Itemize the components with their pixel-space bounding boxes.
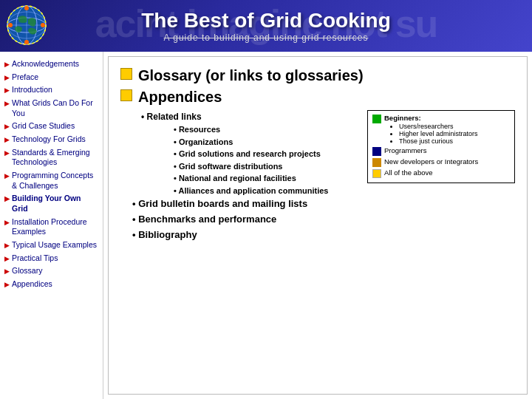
nav-arrow-10: ▶ — [4, 242, 10, 250]
sidebar-item-6[interactable]: ▶Standards & Emerging Technologies — [0, 146, 103, 169]
nav-label-1: Preface — [12, 72, 38, 83]
related-links-sub: Resources Organizations Grid solutions a… — [174, 123, 352, 197]
glossary-section: Glossary (or links to glossaries) — [120, 67, 515, 84]
svg-point-10 — [8, 23, 13, 27]
appendices-icon — [120, 89, 132, 101]
legend-programmers: Programmers — [372, 146, 510, 156]
all-label: All of the above — [384, 168, 433, 177]
nav-label-4: Grid Case Studies — [12, 121, 75, 132]
main-bullets: Grid bulletin boards and mailing lists B… — [132, 197, 352, 242]
nav-arrow-4: ▶ — [4, 123, 10, 132]
header-subtitle: A guide to building and using grid resou… — [164, 33, 369, 43]
bibliography-item: Bibliography — [132, 228, 352, 243]
sidebar: ▶Acknowledgements▶Preface▶Introduction▶W… — [0, 52, 103, 399]
legend-developers: New developers or Integrators — [372, 157, 510, 167]
nav-arrow-6: ▶ — [4, 149, 10, 158]
programmers-color — [372, 147, 381, 156]
globe-icon — [6, 4, 47, 46]
nav-label-13: Appendices — [12, 279, 52, 290]
beginners-list: Users/researchers Higher level administr… — [384, 123, 478, 145]
nav-arrow-7: ▶ — [4, 172, 10, 181]
content-body: Related links Resources Organizations Gr… — [120, 110, 515, 242]
glossary-icon — [120, 68, 132, 80]
related-links-label: Related links — [141, 110, 352, 123]
legend-beginners: Beginners: Users/researchers Higher leve… — [372, 114, 510, 145]
nav-arrow-0: ▶ — [4, 61, 10, 69]
svg-point-9 — [24, 40, 29, 44]
sidebar-item-12[interactable]: ▶Glossary — [0, 265, 103, 278]
content-left: Related links Resources Organizations Gr… — [120, 110, 352, 242]
nav-arrow-3: ▶ — [4, 100, 10, 109]
appendices-section: Appendices — [120, 89, 515, 106]
nav-label-12: Glossary — [12, 266, 42, 276]
beginners-users: Users/researchers — [399, 123, 478, 130]
sidebar-item-5[interactable]: ▶Technology For Grids — [0, 133, 103, 146]
sidebar-item-1[interactable]: ▶Preface — [0, 71, 103, 84]
sidebar-item-3[interactable]: ▶What Grids Can Do For You — [0, 97, 103, 120]
glossary-title: Glossary (or links to glossaries) — [138, 67, 364, 84]
legend-box: Beginners: Users/researchers Higher leve… — [367, 110, 515, 183]
benchmarks-item: Benchmarks and performance — [132, 212, 352, 228]
nav-label-0: Acknowledgements — [12, 59, 79, 69]
all-color — [372, 169, 381, 178]
sidebar-item-10[interactable]: ▶Typical Usage Examples — [0, 239, 103, 252]
nav-label-7: Programming Concepts & Challenges — [12, 171, 98, 191]
svg-point-8 — [41, 23, 45, 27]
sidebar-item-8[interactable]: ▶Building Your Own Grid — [0, 192, 103, 215]
beginners-label: Beginners: — [384, 114, 478, 123]
related-links-item: Related links Resources Organizations Gr… — [141, 110, 352, 197]
nav-arrow-9: ▶ — [4, 219, 10, 228]
nav-label-11: Practical Tips — [12, 253, 58, 264]
nav-arrow-1: ▶ — [4, 74, 10, 83]
header: acint imagine not su The Best of Grid Co… — [0, 0, 532, 52]
nav-arrow-13: ▶ — [4, 281, 10, 290]
nav-arrow-5: ▶ — [4, 136, 10, 145]
sidebar-item-13[interactable]: ▶Appendices — [0, 278, 103, 291]
organizations-item: Organizations — [174, 136, 352, 149]
appendices-title: Appendices — [138, 89, 222, 106]
nav-arrow-2: ▶ — [4, 86, 10, 95]
legend-all: All of the above — [372, 168, 510, 178]
grid-solutions-item: Grid solutions and research projects — [174, 148, 352, 160]
nav-arrow-8: ▶ — [4, 195, 10, 204]
sidebar-item-4[interactable]: ▶Grid Case Studies — [0, 120, 103, 133]
nav-label-10: Typical Usage Examples — [12, 240, 97, 250]
sidebar-item-0[interactable]: ▶Acknowledgements — [0, 58, 103, 71]
nav-label-2: Introduction — [12, 85, 52, 95]
developers-color — [372, 158, 381, 167]
nav-arrow-11: ▶ — [4, 255, 10, 264]
header-text: The Best of Grid Cooking A guide to buil… — [141, 9, 391, 43]
nav-label-3: What Grids Can Do For You — [12, 98, 98, 118]
beginners-admin: Higher level administrators — [399, 130, 478, 137]
content-area: Glossary (or links to glossaries) Append… — [108, 56, 528, 395]
nav-arrow-12: ▶ — [4, 267, 10, 276]
nav-label-9: Installation Procedure Examples — [12, 217, 98, 237]
main-layout: ▶Acknowledgements▶Preface▶Introduction▶W… — [0, 52, 532, 399]
header-title: The Best of Grid Cooking — [141, 9, 391, 33]
sidebar-item-11[interactable]: ▶Practical Tips — [0, 252, 103, 265]
alliances-item: Alliances and application communities — [174, 185, 352, 197]
national-facilities-item: National and regional facilities — [174, 172, 352, 185]
developers-label: New developers or Integrators — [384, 157, 478, 166]
legend-box-container: Beginners: Users/researchers Higher leve… — [367, 110, 515, 242]
nav-label-6: Standards & Emerging Technologies — [12, 148, 98, 168]
beginners-color — [372, 115, 381, 123]
beginners-curious: Those just curious — [399, 137, 478, 145]
sidebar-item-9[interactable]: ▶Installation Procedure Examples — [0, 216, 103, 239]
svg-point-7 — [24, 6, 29, 10]
sidebar-item-7[interactable]: ▶Programming Concepts & Challenges — [0, 169, 103, 192]
programmers-label: Programmers — [384, 146, 427, 155]
nav-label-8: Building Your Own Grid — [12, 194, 98, 214]
sidebar-item-2[interactable]: ▶Introduction — [0, 83, 103, 97]
resources-item: Resources — [174, 123, 352, 136]
nav-label-5: Technology For Grids — [12, 134, 86, 145]
grid-software-item: Grid software distributions — [174, 160, 352, 173]
bulletin-boards-item: Grid bulletin boards and mailing lists — [132, 197, 352, 212]
